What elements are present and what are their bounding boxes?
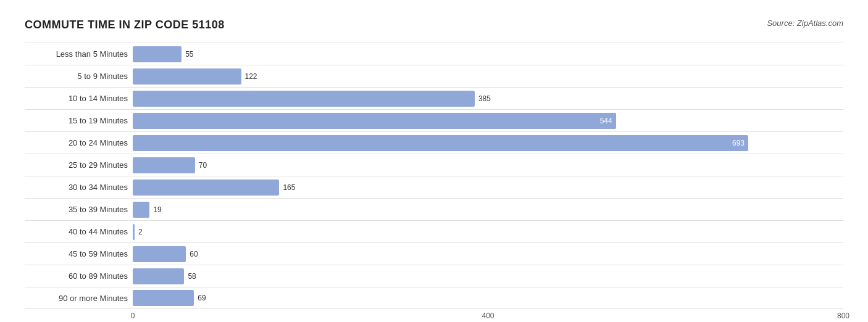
bar-label: 60 to 89 Minutes <box>25 271 133 281</box>
bar-label: 40 to 44 Minutes <box>25 227 133 236</box>
bar-area: 544 <box>133 110 843 131</box>
x-tick: 400 <box>482 312 494 320</box>
bar-label: Less than 5 Minutes <box>25 49 133 59</box>
bar-area: 70 <box>133 154 843 176</box>
bar-label: 20 to 24 Minutes <box>25 138 133 147</box>
chart-body: Less than 5 Minutes555 to 9 Minutes12210… <box>25 43 843 309</box>
bar-value: 58 <box>188 272 196 281</box>
bar <box>133 180 279 196</box>
bar-label: 15 to 19 Minutes <box>25 116 133 125</box>
bar <box>133 46 182 62</box>
bar <box>133 68 241 85</box>
bar-area: 2 <box>133 221 843 242</box>
bar-area: 165 <box>133 176 843 198</box>
bar-row: 45 to 59 Minutes60 <box>25 242 843 265</box>
bar-row: Less than 5 Minutes55 <box>25 43 843 65</box>
bar-row: 35 to 39 Minutes19 <box>25 198 843 220</box>
bar-row: 90 or more Minutes69 <box>25 287 843 309</box>
chart-source: Source: ZipAtlas.com <box>767 19 843 28</box>
bar-row: 40 to 44 Minutes2 <box>25 220 843 242</box>
bar-value: 60 <box>190 250 198 258</box>
bar <box>133 157 195 173</box>
bar-area: 385 <box>133 88 843 109</box>
bar-value: 70 <box>199 161 207 170</box>
bar-row: 5 to 9 Minutes122 <box>25 65 843 87</box>
bar-value: 2 <box>138 228 143 236</box>
bar-area: 19 <box>133 199 843 220</box>
bar-label: 30 to 34 Minutes <box>25 183 133 192</box>
bar-row: 10 to 14 Minutes385 <box>25 87 843 109</box>
bar <box>133 224 135 240</box>
bar-value: 385 <box>478 94 491 103</box>
bar-label: 45 to 59 Minutes <box>25 249 133 258</box>
bar-value: 165 <box>283 183 295 192</box>
bar-area: 60 <box>133 243 843 265</box>
bar-value: 693 <box>732 139 745 147</box>
bar-label: 10 to 14 Minutes <box>25 94 133 103</box>
bar-value: 69 <box>198 294 206 302</box>
chart-header: COMMUTE TIME IN ZIP CODE 51108 Source: Z… <box>25 19 843 31</box>
bar-area: 122 <box>133 65 843 87</box>
bar-label: 90 or more Minutes <box>25 294 133 303</box>
bar-row: 30 to 34 Minutes165 <box>25 176 843 198</box>
bar-row: 20 to 24 Minutes693 <box>25 131 843 154</box>
bar-value: 19 <box>153 205 161 214</box>
bar-label: 35 to 39 Minutes <box>25 205 133 214</box>
bar-row: 60 to 89 Minutes58 <box>25 265 843 287</box>
bar-value: 122 <box>245 72 257 81</box>
bar: 544 <box>133 113 616 129</box>
bar: 693 <box>133 135 748 151</box>
x-tick: 0 <box>131 312 135 320</box>
x-tick: 800 <box>837 312 849 320</box>
bar-label: 5 to 9 Minutes <box>25 72 133 81</box>
bar-area: 55 <box>133 43 843 65</box>
bar-row: 25 to 29 Minutes70 <box>25 154 843 176</box>
bar-area: 58 <box>133 265 843 287</box>
bar-label: 25 to 29 Minutes <box>25 160 133 170</box>
bar <box>133 246 186 262</box>
bar-value: 544 <box>600 117 612 125</box>
bar <box>133 202 149 218</box>
bar-row: 15 to 19 Minutes544 <box>25 109 843 131</box>
chart-title: COMMUTE TIME IN ZIP CODE 51108 <box>25 19 225 31</box>
bar <box>133 290 194 306</box>
bar-value: 55 <box>185 50 193 59</box>
bar <box>133 268 184 284</box>
bar-area: 69 <box>133 287 843 308</box>
bar-area: 693 <box>133 132 843 154</box>
chart-container: COMMUTE TIME IN ZIP CODE 51108 Source: Z… <box>12 12 856 322</box>
bar <box>133 91 475 107</box>
